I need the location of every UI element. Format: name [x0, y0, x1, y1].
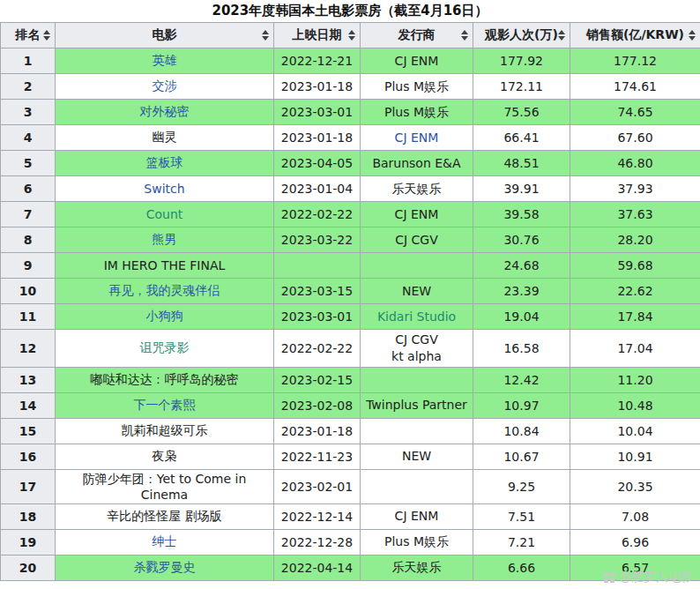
- column-header-1[interactable]: 电影: [56, 23, 274, 48]
- audience-count-cell: 66.41: [473, 125, 570, 151]
- distributor-cell: Plus M娱乐: [361, 74, 473, 100]
- column-header-label: 发行商: [398, 27, 436, 41]
- release-date-cell: 2023-02-01: [274, 469, 361, 503]
- movie-cell: 熊男: [56, 227, 274, 253]
- rank-cell: 13: [1, 367, 56, 392]
- distributor-name: NEW: [364, 448, 469, 465]
- watermark-text: @肥罗大电影: [619, 570, 693, 585]
- movie-cell: 辛比的怪怪屋 剧场版: [56, 503, 274, 529]
- sort-arrows-icon[interactable]: [558, 30, 565, 41]
- sort-arrows-icon[interactable]: [43, 30, 50, 41]
- movie-link[interactable]: 英雄: [153, 53, 177, 67]
- distributor-cell: Kidari Studio: [361, 304, 473, 330]
- sales-cell: 17.04: [570, 330, 700, 368]
- movie-title: 嘟哒和达达：呼呼岛的秘密: [91, 372, 239, 386]
- movie-title: 凯莉和超级可乐: [122, 423, 208, 437]
- column-header-0[interactable]: 排名: [1, 23, 56, 48]
- movie-cell: 夜枭: [56, 444, 274, 469]
- audience-count-cell: 7.51: [473, 503, 570, 529]
- audience-count-cell: 7.21: [473, 529, 570, 555]
- movie-link[interactable]: 杀戮罗曼史: [134, 560, 196, 574]
- movie-cell: 交涉: [56, 74, 274, 100]
- rank-cell: 6: [1, 176, 56, 202]
- table-row: 2交涉2023-01-18Plus M娱乐172.11174.61: [1, 74, 700, 100]
- distributor-name: Plus M娱乐: [364, 104, 469, 121]
- table-row: 8熊男2023-03-22CJ CGV30.7628.20: [1, 227, 700, 253]
- audience-count-cell: 24.68: [473, 253, 570, 279]
- table-row: 13嘟哒和达达：呼呼岛的秘密2023-02-1512.4211.20: [1, 367, 700, 392]
- column-header-label: 观影人次(万): [485, 27, 558, 41]
- movie-link[interactable]: 熊男: [153, 232, 177, 246]
- table-row: 12诅咒录影2022-02-22CJ CGVkt alpha16.5817.04: [1, 330, 700, 368]
- table-row: 7Count2022-02-22CJ ENM39.5837.63: [1, 202, 700, 227]
- release-date-cell: 2022-12-14: [274, 503, 361, 529]
- distributor-cell: [361, 367, 473, 392]
- table-row: 18辛比的怪怪屋 剧场版2022-12-14CJ ENM7.517.08: [1, 503, 700, 529]
- movie-link[interactable]: 交涉: [153, 78, 177, 93]
- movie-link[interactable]: 诅咒录影: [140, 340, 190, 354]
- distributor-cell: NEW: [361, 279, 473, 304]
- table-row: 14下一个素熙2023-02-08Twinplus Partner10.9710…: [1, 392, 700, 418]
- distributor-name: NEW: [364, 283, 469, 300]
- sales-cell: 22.62: [570, 279, 700, 304]
- table-row: 6Switch2023-01-04乐天娱乐39.9137.93: [1, 176, 700, 202]
- sort-arrows-icon[interactable]: [461, 30, 468, 41]
- audience-count-cell: 19.04: [473, 304, 570, 330]
- distributor-cell: CJ CGV: [361, 227, 473, 253]
- rank-cell: 18: [1, 503, 56, 529]
- movie-link[interactable]: Count: [146, 207, 183, 221]
- distributor-cell: 乐天娱乐: [361, 176, 473, 202]
- release-date-cell: 2022-11-23: [274, 444, 361, 469]
- movie-link[interactable]: 再见，我的灵魂伴侣: [109, 283, 220, 297]
- distributor-link[interactable]: CJ ENM: [364, 130, 469, 146]
- distributor-link[interactable]: Kidari Studio: [364, 309, 469, 325]
- release-date-cell: 2022-12-28: [274, 529, 361, 555]
- column-header-2[interactable]: 上映日期: [274, 23, 361, 48]
- distributor-name: CJ ENM: [364, 206, 469, 223]
- movie-cell: 绅士: [56, 529, 274, 555]
- table-row: 3对外秘密2023-03-01Plus M娱乐75.5674.65: [1, 100, 700, 125]
- movie-link[interactable]: 对外秘密: [140, 104, 190, 118]
- column-header-4[interactable]: 观影人次(万): [473, 23, 570, 48]
- rank-cell: 10: [1, 279, 56, 304]
- sort-arrows-icon[interactable]: [262, 30, 269, 41]
- movie-link[interactable]: 小狗狗: [146, 309, 183, 323]
- sort-arrows-icon[interactable]: [689, 30, 696, 41]
- rank-cell: 11: [1, 304, 56, 330]
- distributor-cell: 乐天娱乐: [361, 555, 473, 580]
- movie-cell: 幽灵: [56, 125, 274, 151]
- movie-link[interactable]: 绅士: [153, 534, 177, 548]
- release-date-cell: 2023-03-22: [274, 227, 361, 253]
- release-date-cell: 2023-03-01: [274, 304, 361, 330]
- rank-cell: 8: [1, 227, 56, 253]
- release-date-cell: 2023-03-01: [274, 100, 361, 125]
- column-header-3[interactable]: 发行商: [361, 23, 473, 48]
- movie-cell: 对外秘密: [56, 100, 274, 125]
- movie-cell: 小狗狗: [56, 304, 274, 330]
- distributor-cell: Twinplus Partner: [361, 392, 473, 418]
- sales-cell: 10.48: [570, 392, 700, 418]
- table-row: 17防弹少年团：Yet to Come in Cinema2023-02-019…: [1, 469, 700, 503]
- table-row: 10再见，我的灵魂伴侣2023-03-15NEW23.3922.62: [1, 279, 700, 304]
- rank-cell: 7: [1, 202, 56, 227]
- distributor-cell: [361, 469, 473, 503]
- table-row: 5篮板球2023-04-05Barunson E&A48.5146.80: [1, 151, 700, 176]
- movie-cell: IM HERO THE FINAL: [56, 253, 274, 279]
- column-header-5[interactable]: 销售额(亿/KRW): [570, 23, 700, 48]
- table-row: 16夜枭2022-11-23NEW10.6710.91: [1, 444, 700, 469]
- movie-cell: 再见，我的灵魂伴侣: [56, 279, 274, 304]
- movie-title: 幽灵: [153, 130, 177, 144]
- distributor-name: Plus M娱乐: [364, 533, 469, 550]
- table-row: 4幽灵2023-01-18CJ ENM66.4167.60: [1, 125, 700, 151]
- audience-count-cell: 12.42: [473, 367, 570, 392]
- sales-cell: 7.08: [570, 503, 700, 529]
- sort-arrows-icon[interactable]: [348, 30, 355, 41]
- box-office-table: 排名电影上映日期发行商观影人次(万)销售额(亿/KRW) 1英雄2022-12-…: [0, 22, 700, 581]
- movie-link[interactable]: Switch: [144, 182, 184, 196]
- movie-link[interactable]: 篮板球: [146, 155, 183, 169]
- watermark: @肥罗大电影: [604, 570, 693, 585]
- sales-cell: 46.80: [570, 151, 700, 176]
- movie-link[interactable]: 下一个素熙: [134, 398, 196, 412]
- audience-count-cell: 9.25: [473, 469, 570, 503]
- distributor-name: Twinplus Partner: [364, 397, 469, 414]
